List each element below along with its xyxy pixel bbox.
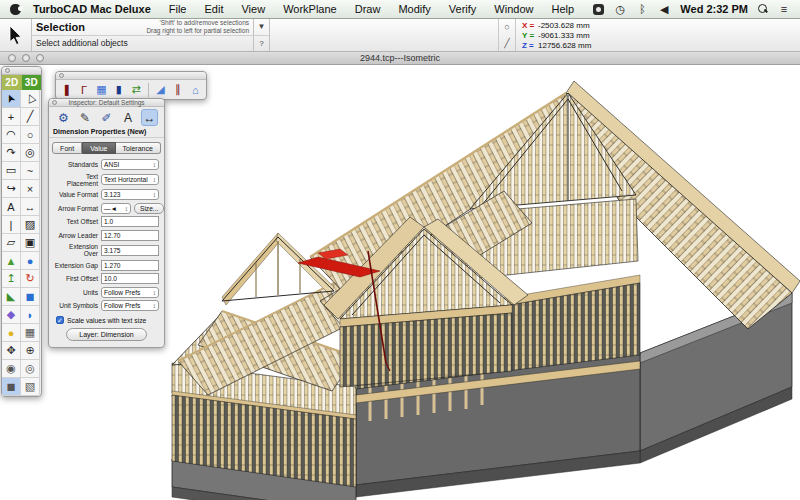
sphere-3d-tool[interactable]: ● — [21, 252, 40, 270]
arrow-size-button[interactable]: Size... — [134, 203, 164, 214]
menu-item-verify[interactable]: Verify — [440, 1, 486, 17]
tool-help-button[interactable]: ? — [254, 36, 269, 52]
text-offset-input[interactable]: 1.0 — [101, 216, 159, 227]
status-app-icon[interactable] — [593, 4, 604, 15]
text-placement-select[interactable]: Text Horizontal↕ — [101, 174, 159, 185]
tab-font[interactable]: Font — [52, 142, 82, 154]
apple-menu-icon[interactable] — [10, 4, 21, 15]
curve-tool[interactable]: ↷ — [2, 144, 21, 162]
view-globe-tool[interactable]: ◎ — [21, 360, 40, 378]
palette-close-button[interactable] — [59, 73, 64, 78]
single-line-tool[interactable]: | — [2, 216, 21, 234]
text-style-icon[interactable]: A — [120, 109, 137, 126]
box-3d-tool[interactable]: ◼ — [21, 288, 40, 306]
unit-symbols-select[interactable]: Follow Prefs↕ — [101, 300, 159, 311]
first-offset-input[interactable]: 10.0 — [101, 273, 159, 284]
tool-flyout-column: ▼ ? — [254, 19, 270, 51]
tool-options-dropdown[interactable]: ▼ — [254, 19, 269, 36]
menu-clock[interactable]: Wed 2:32 PM — [680, 3, 748, 15]
spotlight-search-icon[interactable] — [758, 4, 768, 14]
menu-item-help[interactable]: Help — [542, 1, 583, 17]
units-select[interactable]: Follow Prefs↕ — [101, 287, 159, 298]
architecture-toolbar-titlebar[interactable] — [56, 72, 206, 80]
sweep-tool[interactable]: ◣ — [2, 288, 21, 306]
notification-center-icon[interactable]: ≡ — [778, 3, 790, 15]
cone-3d-tool[interactable]: ▲ — [2, 252, 21, 270]
roof-tool[interactable]: ⌂ — [188, 82, 203, 98]
properties-gear-icon[interactable]: ⚙ — [55, 109, 72, 126]
revolve-tool[interactable]: ↻ — [21, 270, 40, 288]
wall-edit-tool[interactable]: ⇄ — [129, 82, 144, 98]
mode-3d-button[interactable]: 3D — [22, 75, 42, 90]
tool-palette: 2D 3D ➤▷+╱◠○↷◎▭~↪×A↔|▨▱▣▲●↥↻◣◼◆◗●▦✥⊕◉◎◼▧ — [1, 66, 42, 397]
shaded-view-tool[interactable]: ◼ — [2, 378, 21, 396]
open-select-tool[interactable]: ▷ — [21, 90, 40, 108]
tab-value[interactable]: Value — [82, 142, 115, 154]
slab-tool[interactable]: ◢ — [153, 82, 168, 98]
checkbox-checked-icon[interactable]: ✓ — [56, 316, 64, 324]
tool-palette-titlebar[interactable] — [2, 67, 41, 75]
line-tool[interactable]: ╱ — [21, 108, 40, 126]
menu-item-turbocad-mac-deluxe[interactable]: TurboCAD Mac Deluxe — [33, 1, 160, 17]
arrow-leader-input[interactable]: 12.70 — [101, 230, 159, 241]
menu-item-workplane[interactable]: WorkPlane — [274, 1, 346, 17]
bluetooth-icon[interactable]: ᛒ — [636, 3, 648, 15]
tab-tolerance[interactable]: Tolerance — [116, 142, 161, 154]
railing-tool[interactable]: ∥ — [170, 82, 185, 98]
menu-item-file[interactable]: File — [160, 1, 196, 17]
angle-mode-icon[interactable]: ╱ — [499, 35, 515, 51]
primitive-sphere-tool[interactable]: ● — [2, 324, 21, 342]
menu-item-view[interactable]: View — [232, 1, 274, 17]
door-tool[interactable]: ▮ — [111, 82, 126, 98]
trim-tool[interactable]: × — [21, 180, 40, 198]
menu-item-modify[interactable]: Modify — [389, 1, 439, 17]
spline-tool[interactable]: ~ — [21, 162, 40, 180]
wall-tool[interactable]: ❚ — [59, 82, 74, 98]
extrude-tool[interactable]: ↥ — [2, 270, 21, 288]
inspector-titlebar[interactable]: Inspector: Default Settings — [49, 99, 164, 107]
ellipse-tool[interactable]: ◎ — [21, 144, 40, 162]
polygon-tool[interactable]: ▱ — [2, 234, 21, 252]
select-tool[interactable]: ➤ — [2, 90, 21, 108]
text-tool[interactable]: A — [2, 198, 21, 216]
clock-status-icon[interactable]: ◷ — [614, 3, 626, 16]
polyline-tool[interactable]: ▣ — [21, 234, 40, 252]
value-format-select[interactable]: 3.123↕ — [101, 189, 159, 200]
circle-tool[interactable]: ○ — [21, 126, 40, 144]
selection-cursor-icon[interactable] — [0, 19, 32, 51]
volume-icon[interactable]: ◀ — [658, 3, 670, 16]
arrow-format-select[interactable]: —◄↕ — [101, 203, 131, 214]
layer-dimension-button[interactable]: Layer: Dimension — [66, 328, 146, 341]
rectangle-tool[interactable]: ▭ — [2, 162, 21, 180]
wireframe-view-tool[interactable]: ▧ — [21, 378, 40, 396]
extension-gap-input[interactable]: 1.270 — [101, 260, 159, 271]
dimension-tool[interactable]: ↔ — [21, 198, 40, 216]
view-sphere-tool[interactable]: ◉ — [2, 360, 21, 378]
fillet-tool[interactable]: ↪ — [2, 180, 21, 198]
menu-item-window[interactable]: Window — [485, 1, 542, 17]
window-tool[interactable]: ▦ — [94, 82, 109, 98]
compass-mode-icon[interactable]: ○ — [499, 19, 515, 35]
dimension-style-icon[interactable]: ↔ — [141, 109, 158, 126]
unit-symbols-label: Unit Symbols — [54, 302, 98, 309]
pen-fill-icon[interactable]: ✐ — [98, 109, 115, 126]
hatch-tool[interactable]: ▨ — [21, 216, 40, 234]
architecture-toolbar: ❚Γ▦▮⇄◢∥⌂ — [55, 71, 207, 100]
menu-item-draw[interactable]: Draw — [346, 1, 390, 17]
mode-2d-button[interactable]: 2D — [2, 75, 22, 90]
extension-over-input[interactable]: 3.175 — [101, 245, 159, 256]
render-grid-tool[interactable]: ▦ — [21, 324, 40, 342]
extension-gap-label: Extension Gap — [54, 262, 98, 269]
corner-wall-tool[interactable]: Γ — [76, 82, 91, 98]
standards-select[interactable]: ANSI↕ — [101, 159, 159, 170]
point-tool[interactable]: + — [2, 108, 21, 126]
arc-tool[interactable]: ◠ — [2, 126, 21, 144]
coord-x-value: -2503.628 mm — [538, 21, 590, 30]
palette-close-button[interactable] — [5, 68, 10, 73]
boolean-subtract-tool[interactable]: ◗ — [21, 306, 40, 324]
pencil-icon[interactable]: ✎ — [77, 109, 94, 126]
pan-tool[interactable]: ✥ — [2, 342, 21, 360]
boolean-union-tool[interactable]: ◆ — [2, 306, 21, 324]
menu-item-edit[interactable]: Edit — [196, 1, 233, 17]
zoom-tool[interactable]: ⊕ — [21, 342, 40, 360]
